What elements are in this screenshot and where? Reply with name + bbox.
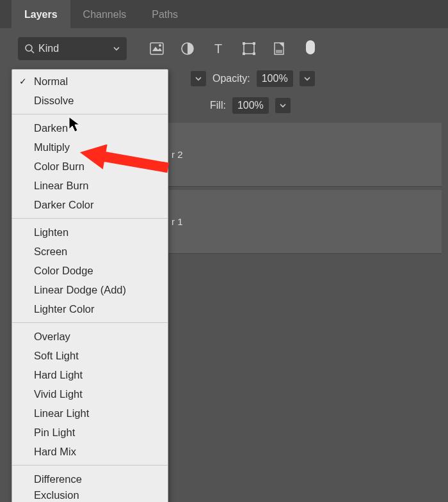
search-icon <box>24 43 35 54</box>
blend-mode-item-lineardodge[interactable]: Linear Dodge (Add) <box>12 280 168 299</box>
fill-label: Fill: <box>210 100 226 111</box>
panel-tabs: Layers Channels Paths <box>0 0 448 28</box>
fill-value[interactable]: 100% <box>232 97 269 114</box>
blendmode-chevron-icon[interactable] <box>191 71 206 86</box>
filter-type-layer-icon[interactable]: T <box>209 39 228 58</box>
blend-mode-item-screen[interactable]: Screen <box>12 242 168 261</box>
fill-chevron-icon[interactable] <box>275 98 291 113</box>
blend-mode-item-pinlight[interactable]: Pin Light <box>12 423 168 442</box>
blend-mode-item-lighten[interactable]: Lighten <box>12 223 168 242</box>
filter-toggle-switch[interactable] <box>306 40 315 57</box>
opacity-chevron-icon[interactable] <box>300 71 315 86</box>
layers-filter-bar: Kind T <box>12 28 442 68</box>
blend-mode-item-linearlight[interactable]: Linear Light <box>12 404 168 423</box>
blend-mode-item-darken[interactable]: Darken <box>12 118 168 137</box>
filter-pixel-icon[interactable] <box>147 39 166 58</box>
menu-separator <box>12 465 168 466</box>
svg-rect-11 <box>253 52 255 55</box>
layer-name: r 1 <box>172 216 183 227</box>
blend-mode-item-colorburn[interactable]: Color Burn <box>12 157 168 176</box>
blend-mode-item-vividlight[interactable]: Vivid Light <box>12 384 168 404</box>
blend-mode-item-softlight[interactable]: Soft Light <box>12 346 168 365</box>
opacity-value[interactable]: 100% <box>257 70 293 87</box>
blend-mode-item-darkercolor[interactable]: Darker Color <box>12 195 168 214</box>
blend-mode-item-colordodge[interactable]: Color Dodge <box>12 261 168 280</box>
svg-rect-7 <box>244 43 254 54</box>
chevron-down-icon <box>113 45 120 52</box>
check-icon: ✓ <box>19 76 27 86</box>
tab-paths[interactable]: Paths <box>139 0 191 28</box>
blend-mode-item-linearburn[interactable]: Linear Burn <box>12 176 168 195</box>
svg-marker-3 <box>152 47 162 51</box>
filter-kind-dropdown[interactable]: Kind <box>18 37 127 60</box>
svg-point-0 <box>26 45 32 51</box>
blend-mode-menu[interactable]: ✓ Normal Dissolve Darken Multiply Color … <box>12 69 168 502</box>
tab-layers[interactable]: Layers <box>12 0 70 28</box>
blend-mode-item-hardlight[interactable]: Hard Light <box>12 365 168 384</box>
layer-name: r 2 <box>172 149 183 160</box>
blend-mode-item-lightercolor[interactable]: Lighter Color <box>12 299 168 318</box>
filter-smartobject-icon[interactable] <box>270 39 289 58</box>
svg-point-4 <box>159 44 161 47</box>
blend-mode-item-exclusion[interactable]: Exclusion <box>12 489 168 501</box>
filter-shape-icon[interactable] <box>239 39 259 58</box>
blend-mode-item-dissolve[interactable]: Dissolve <box>12 91 168 110</box>
opacity-label: Opacity: <box>212 73 250 84</box>
blend-mode-item-difference[interactable]: Difference <box>12 469 168 489</box>
svg-text:T: T <box>214 42 222 56</box>
filter-type-icons: T <box>147 39 315 58</box>
blend-mode-item-hardmix[interactable]: Hard Mix <box>12 442 168 461</box>
svg-rect-10 <box>243 52 245 55</box>
filter-kind-label: Kind <box>38 43 59 54</box>
svg-marker-13 <box>279 43 284 47</box>
svg-line-1 <box>31 51 34 53</box>
menu-separator <box>12 218 168 219</box>
svg-rect-9 <box>253 42 255 45</box>
svg-rect-8 <box>243 42 245 45</box>
svg-rect-14 <box>276 50 282 53</box>
menu-separator <box>12 322 168 323</box>
tab-channels[interactable]: Channels <box>70 0 140 28</box>
menu-separator <box>12 114 168 114</box>
blend-mode-item-multiply[interactable]: Multiply <box>12 137 168 157</box>
blend-mode-item-normal[interactable]: ✓ Normal <box>12 72 168 91</box>
filter-adjustment-icon[interactable] <box>178 39 197 58</box>
blend-mode-item-overlay[interactable]: Overlay <box>12 327 168 346</box>
